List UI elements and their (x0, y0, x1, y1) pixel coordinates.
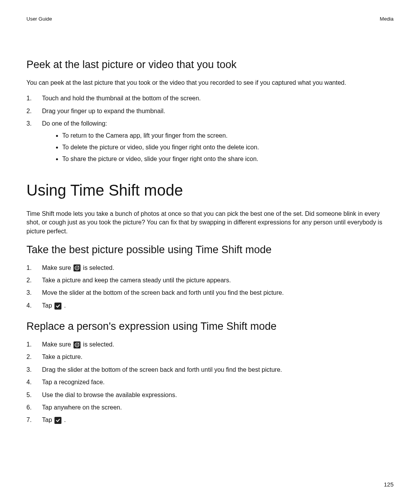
list-item: Take a picture. (26, 353, 394, 361)
checkmark-icon (54, 303, 61, 310)
time-shift-mode-icon (74, 341, 80, 348)
peek-steps-list: Touch and hold the thumbnail at the bott… (26, 94, 394, 163)
step-text: Use the dial to browse the available exp… (42, 392, 177, 398)
list-item: Tap . (26, 416, 394, 424)
step-text: Touch and hold the thumbnail at the bott… (42, 95, 201, 102)
header-right: Media (380, 16, 394, 23)
list-item: Take a picture and keep the camera stead… (26, 276, 394, 285)
step-text-part: Make sure (42, 341, 73, 348)
step-text: Do one of the following: (42, 120, 107, 127)
step-text-part: is selected. (81, 341, 114, 348)
step-text-part: Tap (42, 416, 54, 423)
step-text: Take a picture. (42, 354, 82, 360)
step-text-part: Tap (42, 302, 54, 309)
step-text: Tap anywhere on the screen. (42, 404, 122, 411)
header-left: User Guide (26, 16, 52, 23)
list-item: To return to the Camera app, lift your f… (62, 131, 394, 140)
section-title-replace-expression: Replace a person's expression using Time… (26, 319, 394, 334)
step-text: Drag the slider at the bottom of the scr… (42, 366, 282, 373)
step-text: To delete the picture or video, slide yo… (62, 144, 259, 150)
list-item: Touch and hold the thumbnail at the bott… (26, 94, 394, 103)
list-item: Do one of the following: To return to th… (26, 119, 394, 164)
list-item: Tap anywhere on the screen. (26, 403, 394, 412)
list-item: Make sure is selected. (26, 340, 394, 349)
best-picture-steps-list: Make sure is selected. Take a picture an… (26, 264, 394, 310)
step-text: To share the picture or video, slide you… (62, 156, 258, 162)
peek-sub-list: To return to the Camera app, lift your f… (53, 131, 394, 164)
list-item: To delete the picture or video, slide yo… (62, 143, 394, 152)
section-title-best-picture: Take the best picture possible using Tim… (26, 243, 394, 257)
list-item: Drag the slider at the bottom of the scr… (26, 366, 394, 374)
step-text-part: . (62, 302, 66, 309)
svg-point-1 (77, 268, 78, 269)
section-title-peek: Peek at the last picture or video that y… (26, 58, 394, 72)
document-page: User Guide Media Peek at the last pictur… (0, 0, 420, 504)
list-item: Tap . (26, 301, 394, 310)
list-item: To share the picture or video, slide you… (62, 155, 394, 163)
step-text: Take a picture and keep the camera stead… (42, 277, 231, 284)
list-item: Tap a recognized face. (26, 378, 394, 387)
section-intro-peek: You can peek at the last picture that yo… (26, 79, 394, 87)
step-text: Drag your finger up to expand the thumbn… (42, 108, 165, 114)
step-text: Tap a recognized face. (42, 379, 105, 385)
list-item: Use the dial to browse the available exp… (26, 391, 394, 399)
main-intro-time-shift: Time Shift mode lets you take a bunch of… (26, 210, 394, 236)
list-item: Drag your finger up to expand the thumbn… (26, 107, 394, 116)
step-text: To return to the Camera app, lift your f… (62, 132, 228, 139)
list-item: Move the slider at the bottom of the scr… (26, 289, 394, 297)
checkmark-icon (54, 417, 61, 424)
replace-expression-steps-list: Make sure is selected. Take a picture. D… (26, 340, 394, 425)
step-text-part: . (62, 416, 66, 423)
svg-point-3 (77, 344, 78, 345)
main-title-time-shift: Using Time Shift mode (26, 179, 394, 201)
time-shift-mode-icon (74, 264, 80, 271)
page-header: User Guide Media (26, 16, 394, 23)
step-text-part: is selected. (81, 264, 114, 271)
step-text: Move the slider at the bottom of the scr… (42, 289, 284, 296)
page-number: 125 (384, 480, 394, 488)
step-text-part: Make sure (42, 264, 73, 271)
list-item: Make sure is selected. (26, 264, 394, 272)
